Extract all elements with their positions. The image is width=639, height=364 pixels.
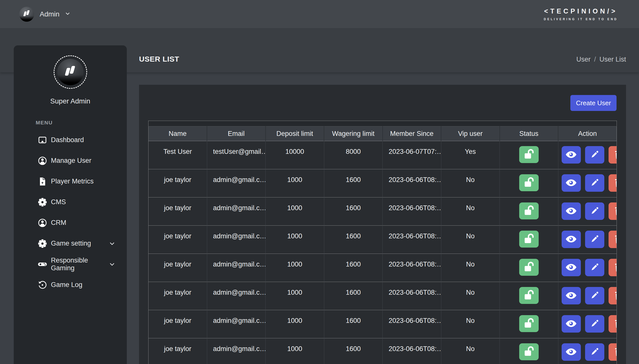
cell-action [558,198,617,226]
edit-button[interactable] [585,343,604,361]
sidebar-item-label: Player Metrics [51,178,115,185]
edit-button[interactable] [585,259,604,276]
view-button[interactable] [562,343,581,361]
column-header-status: Status [500,126,558,141]
view-button[interactable] [562,315,581,332]
cell-vip: No [441,282,500,310]
tecpinion-logo-tagline: DELIVERING IT END TO END [544,18,618,21]
view-button[interactable] [562,202,581,220]
user-list-card: Create User NameEmailDeposit limitWageri… [139,85,626,364]
sidebar-item-label: CMS [51,198,115,206]
sidebar-item-cms[interactable]: CMS [14,192,127,212]
edit-button[interactable] [585,230,604,248]
status-unlock-button[interactable] [519,315,539,332]
unlock-icon [522,177,536,189]
cell-status [500,226,558,254]
status-unlock-button[interactable] [519,230,539,248]
pencil-icon [590,234,599,245]
sidebar-item-player-metrics[interactable]: Player Metrics [14,171,127,192]
cell-deposit: 1000 [266,338,324,364]
cell-name: joe taylor [148,338,207,364]
delete-button[interactable] [608,230,617,248]
edit-button[interactable] [585,287,604,304]
cell-name: joe taylor [148,282,207,310]
gear-icon [38,198,47,207]
sidebar: Super Admin MENU DashboardManage UserPla… [14,46,127,364]
trash-icon [613,262,616,273]
chevron-down-icon [65,11,70,18]
delete-button[interactable] [608,315,617,332]
cell-vip: No [441,198,500,226]
table-row: joe tayloradmin@gmail.c…100016002023-06-… [148,282,617,310]
breadcrumb-current: User List [599,56,626,63]
cell-wagering: 1600 [324,169,383,198]
status-unlock-button[interactable] [519,343,539,360]
delete-button[interactable] [608,259,617,276]
sidebar-item-manage-user[interactable]: Manage User [14,150,127,171]
page-title: USER LIST [139,55,179,63]
edit-button[interactable] [585,315,604,332]
edit-button[interactable] [585,202,604,220]
status-unlock-button[interactable] [519,259,539,276]
status-unlock-button[interactable] [519,287,539,304]
cell-status [500,141,558,169]
cell-vip: No [441,254,500,282]
pencil-icon [590,262,599,273]
sidebar-item-game-setting[interactable]: Game setting [14,233,127,254]
view-button[interactable] [562,146,581,164]
eye-icon [565,178,577,188]
cell-vip: No [441,310,500,338]
cell-wagering: 1600 [324,338,383,364]
history-icon [38,280,47,290]
edit-button[interactable] [585,174,604,192]
cell-action [558,282,617,310]
sidebar-item-label: Game Log [51,281,115,289]
trash-icon [613,234,616,245]
chevron-down-icon [109,241,115,246]
status-unlock-button[interactable] [519,202,539,220]
cell-deposit: 1000 [266,198,324,226]
tecpinion-logo: <TECPINION/> DELIVERING IT END TO END [544,8,618,21]
eye-icon [565,291,577,300]
file-pdf-icon [38,177,47,186]
cell-wagering: 1600 [324,254,383,282]
cell-email: admin@gmail.c… [207,169,266,198]
unlock-icon [522,233,536,245]
sidebar-item-dashboard[interactable]: Dashboard [14,130,127,150]
column-header-vip-user: Vip user [441,126,500,141]
view-button[interactable] [562,287,581,304]
delete-button[interactable] [608,202,617,220]
delete-button[interactable] [608,287,617,304]
cell-vip: No [441,226,500,254]
cell-action [558,254,617,282]
cell-email: testUser@gmail… [207,141,266,169]
user-table: NameEmailDeposit limitWagering limitMemb… [148,121,617,364]
trash-icon [613,346,616,358]
cell-vip: No [441,169,500,198]
sidebar-item-crm[interactable]: CRM [14,212,127,233]
status-unlock-button[interactable] [519,146,539,163]
view-button[interactable] [562,230,581,248]
admin-dropdown[interactable]: Admin [19,7,70,22]
breadcrumb-parent-link[interactable]: User [576,56,591,63]
create-user-button[interactable]: Create User [570,95,616,111]
unlock-icon [522,346,536,358]
cell-wagering: 1600 [324,282,383,310]
unlock-icon [522,318,536,330]
cell-wagering: 1600 [324,226,383,254]
edit-button[interactable] [585,146,604,164]
view-button[interactable] [562,174,581,192]
eye-icon [565,263,577,272]
view-button[interactable] [562,259,581,276]
gamepad-icon [38,260,47,269]
delete-button[interactable] [608,343,617,361]
delete-button[interactable] [608,174,617,192]
sidebar-item-game-log[interactable]: Game Log [14,274,127,295]
sidebar-item-responsible-gaming[interactable]: Responsible Gaming [14,254,127,274]
status-unlock-button[interactable] [519,174,539,191]
delete-button[interactable] [608,146,617,164]
cell-action [558,226,617,254]
sidebar-item-label: Game setting [51,240,109,247]
admin-label: Admin [40,10,59,18]
tecpinion-logo-mark-icon [23,9,31,18]
